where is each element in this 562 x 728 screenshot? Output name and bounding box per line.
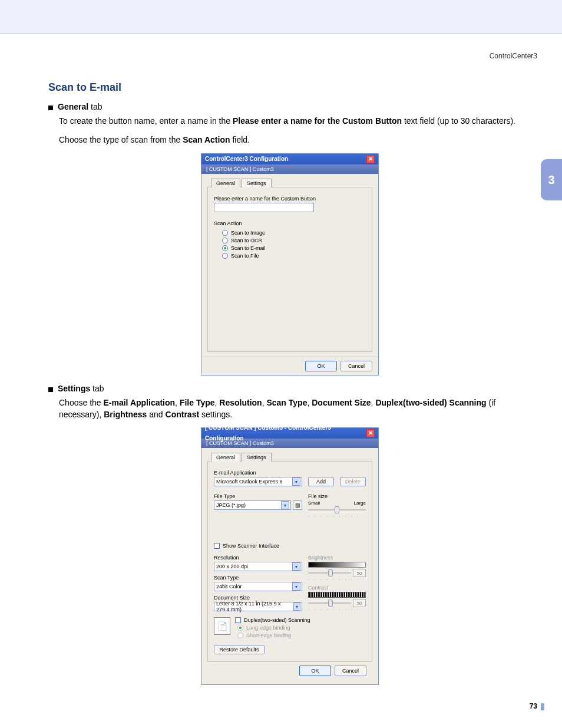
restore-defaults-button[interactable]: Restore Defaults [214, 645, 265, 654]
txt: settings. [199, 410, 232, 419]
brightness-label: Brightness [308, 555, 366, 561]
brightness-slider[interactable] [308, 569, 351, 577]
chevron-down-icon: ▾ [281, 501, 289, 509]
txt-bold: Brightness [104, 410, 147, 419]
slider-ticks: · · · · · · · · · [308, 577, 366, 582]
page-number: 73 [530, 702, 537, 710]
cancel-button[interactable]: Cancel [335, 666, 366, 676]
file-type-dropdown[interactable]: JPEG (*.jpg) ▾ [214, 500, 291, 510]
dialog-settings-footer: OK Cancel [207, 662, 372, 680]
bullet-settings-bold: Settings [58, 384, 90, 393]
bullet-general: General tab [48, 102, 531, 111]
slider-thumb[interactable] [328, 569, 333, 577]
general-para-1: To create the button name, enter a name … [59, 115, 531, 127]
radio-icon [237, 633, 243, 638]
file-type-options-button[interactable]: ▧ [293, 500, 302, 510]
dialog-settings-body: General Settings E-mail Application Micr… [201, 448, 378, 684]
email-app-value: Microsoft Outlook Express 6 [216, 479, 283, 485]
scan-action-label: Scan Action [214, 220, 366, 226]
document-size-value: Letter 8 1/2 x 11 in (215.9 x 279.4 mm) [216, 601, 293, 612]
file-size-label: File size [308, 493, 366, 499]
txt: Choose the [59, 398, 104, 407]
txt: field. [230, 135, 250, 144]
txt: text field (up to 30 characters). [402, 116, 515, 126]
brightness-gradient [308, 562, 366, 568]
resolution-row: Resolution 200 x 200 dpi ▾ Scan Type 24b… [214, 551, 366, 612]
square-bullet-icon [48, 387, 53, 392]
close-icon[interactable]: ✕ [366, 155, 375, 163]
page-top-band [0, 0, 562, 34]
duplex-row: 📄 Duplex(two-sided) Scanning Long-edge b… [214, 617, 366, 640]
dialog-general-footer: OK Cancel [201, 357, 378, 375]
radio-scan-to-email[interactable]: Scan to E-mail [222, 245, 366, 251]
delete-button[interactable]: Delete [340, 477, 366, 486]
txt-bold: Document Size [312, 398, 371, 407]
restore-row: Restore Defaults [214, 645, 366, 654]
file-type-value: JPEG (*.jpg) [216, 502, 246, 508]
long-edge-label: Long-edge binding [246, 625, 290, 631]
bullet-general-rest: tab [88, 102, 102, 111]
radio-label: Scan to E-mail [231, 245, 266, 251]
radio-icon [222, 230, 228, 236]
radio-label: Scan to Image [231, 230, 265, 236]
txt-bold: Resolution [219, 398, 262, 407]
bullet-settings-label: Settings tab [58, 384, 104, 393]
cancel-button[interactable]: Cancel [340, 361, 372, 371]
show-scanner-label: Show Scanner Interface [223, 543, 279, 549]
radio-scan-to-ocr[interactable]: Scan to OCR [222, 238, 366, 243]
radio-scan-to-image[interactable]: Scan to Image [222, 230, 366, 236]
slider-thumb[interactable] [328, 599, 333, 607]
bullet-settings-rest: tab [90, 384, 104, 393]
general-panel: Please enter a name for the Custom Butto… [207, 187, 372, 352]
txt-bold: Duplex(two-sided) Scanning [375, 398, 486, 407]
resolution-dropdown[interactable]: 200 x 200 dpi ▾ [214, 562, 302, 571]
txt-bold: Scan Type [266, 398, 307, 407]
dialog-settings-titlebar: [ CUSTOM SCAN ] Custom3 - ControlCenter3… [201, 428, 378, 439]
radio-label: Scan to OCR [231, 238, 262, 243]
tab-settings[interactable]: Settings [242, 453, 272, 462]
slider-thumb[interactable] [335, 506, 339, 513]
chevron-down-icon: ▾ [292, 477, 300, 486]
file-type-label: File Type [214, 493, 302, 499]
checkbox-icon [235, 617, 241, 623]
contrast-gradient [308, 592, 366, 598]
filetype-col: File Type JPEG (*.jpg) ▾ ▧ [214, 490, 302, 519]
dialog-general-titlebar: ControlCenter3 Configuration ✕ [201, 154, 378, 164]
dialog-settings: [ CUSTOM SCAN ] Custom3 - ControlCenter3… [201, 427, 379, 685]
radio-scan-to-file[interactable]: Scan to File [222, 253, 366, 259]
page-content: Scan to E-mail General tab To create the… [48, 81, 531, 693]
ok-button[interactable]: OK [305, 361, 337, 371]
general-para-2: Choose the type of scan from the Scan Ac… [59, 134, 531, 146]
bullet-general-bold: General [58, 102, 88, 111]
duplex-label: Duplex(two-sided) Scanning [244, 617, 310, 623]
filesize-col: File size Small Large · · · · · · · · · [308, 490, 366, 519]
tab-settings[interactable]: Settings [242, 179, 272, 187]
txt-bold: Contrast [166, 410, 200, 419]
email-app-dropdown[interactable]: Microsoft Outlook Express 6 ▾ [214, 477, 302, 486]
tab-general[interactable]: General [211, 179, 240, 187]
file-size-small: Small [308, 500, 320, 506]
txt-bold: Please enter a name for the Custom Butto… [233, 116, 402, 126]
scan-type-dropdown[interactable]: 24bit Color ▾ [214, 582, 302, 591]
add-button[interactable]: Add [308, 477, 334, 486]
radio-icon [222, 245, 228, 251]
tab-general[interactable]: General [211, 453, 240, 462]
contrast-slider[interactable] [308, 599, 351, 607]
contrast-label: Contrast [308, 585, 366, 591]
brightness-value: 50 [353, 569, 366, 577]
document-size-dropdown[interactable]: Letter 8 1/2 x 11 in (215.9 x 279.4 mm) … [214, 602, 302, 611]
ok-button[interactable]: OK [299, 666, 331, 676]
txt: To create the button name, enter a name … [59, 116, 233, 126]
show-scanner-checkbox[interactable]: Show Scanner Interface [214, 543, 366, 549]
bullet-settings: Settings tab [48, 384, 531, 393]
dialog-general-title-text: ControlCenter3 Configuration [205, 154, 288, 164]
file-size-slider[interactable] [308, 506, 366, 514]
page-number-accent [541, 703, 544, 710]
chapter-side-tab: 3 [541, 159, 562, 200]
duplex-checkbox[interactable]: Duplex(two-sided) Scanning [235, 617, 366, 623]
email-app-row: Microsoft Outlook Express 6 ▾ Add Delete [214, 477, 366, 486]
chevron-down-icon: ▾ [292, 582, 300, 591]
custom-name-input[interactable] [214, 203, 314, 212]
resolution-label: Resolution [214, 555, 302, 561]
close-icon[interactable]: ✕ [366, 429, 375, 437]
